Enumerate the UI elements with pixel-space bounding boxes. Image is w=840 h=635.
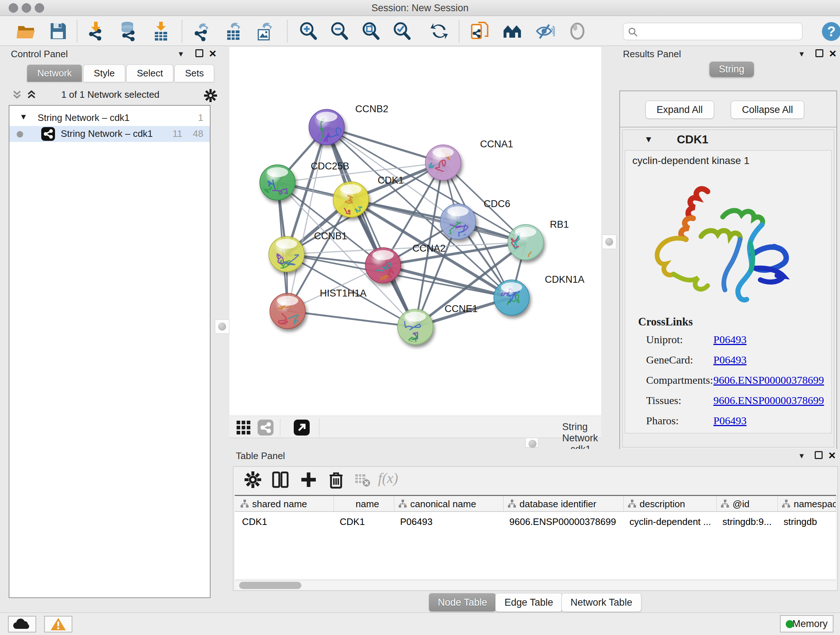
collection-label: String Network – cdk1 [38,112,129,124]
gear-icon[interactable] [243,470,262,489]
node-label-CDC25B: CDC25B [311,161,349,172]
tab-node-table[interactable]: Node Table [429,593,496,612]
left-splitter-grip[interactable] [215,319,229,334]
table-cell[interactable]: P06493 [400,516,502,527]
column-header-description[interactable]: description [624,496,717,512]
network-node-CCNA1[interactable]: CCNA1 [425,139,513,180]
column-header-namespace[interactable]: namespace [778,496,836,512]
column-header-canonical-name[interactable]: canonical name [394,496,504,512]
column-header-shared-name[interactable]: shared name [236,496,334,512]
table-cell[interactable]: stringdb:9... [722,516,776,527]
column-header-database-identifier[interactable]: database identifier [504,496,624,512]
panel-close-icon[interactable]: × [829,451,836,459]
delete-column-icon[interactable] [327,470,346,489]
table-container: f(x) shared namenamecanonical namedataba… [233,466,838,591]
crosslink-link[interactable]: 9606.ENSP00000378699 [714,374,824,386]
network-from-selection-icon[interactable] [470,21,491,41]
tab-string[interactable]: String [709,62,754,77]
network-collection-row[interactable]: ▼ String Network – cdk1 1 [9,110,210,126]
toolbar-separator [287,20,287,42]
tab-select[interactable]: Select [126,65,173,82]
panel-menu-icon[interactable]: ▼ [177,50,185,58]
grid-view-icon[interactable] [236,420,251,435]
collection-expander-icon[interactable]: ▼ [19,112,27,122]
warnings-button[interactable] [44,616,73,632]
export-table-icon[interactable] [224,21,244,41]
import-table-icon[interactable] [150,21,171,41]
table-cell[interactable]: CDK1 [242,516,332,527]
delete-table-icon[interactable] [354,470,371,489]
open-session-icon[interactable] [16,21,36,41]
expand-all-button[interactable]: Expand All [645,101,714,119]
search-input[interactable] [642,25,798,38]
gene-expander-icon[interactable]: ▼ [644,134,653,144]
bottom-splitter-grip[interactable] [525,437,538,448]
tab-edge-table[interactable]: Edge Table [495,593,562,612]
zoom-out-icon[interactable] [329,21,349,41]
network-row[interactable]: String Network – cdk1 11 48 [9,126,210,142]
crosslink-link[interactable]: P06493 [714,354,747,366]
crosslink-link[interactable]: P06493 [714,333,747,346]
add-column-icon[interactable] [299,470,318,489]
memory-button[interactable]: Memory [780,615,834,632]
table-cell[interactable]: cyclin-dependent ... [630,516,715,527]
horizontal-scrollbar[interactable] [235,580,836,590]
panel-close-icon[interactable]: × [209,49,216,57]
crosslink-link[interactable]: 9606.ENSP00000378699 [714,394,824,407]
import-network-file-icon[interactable] [85,21,106,41]
birds-eye-view-icon[interactable] [567,21,587,41]
tab-sets[interactable]: Sets [174,65,214,82]
right-splitter-grip[interactable] [602,234,616,249]
panel-float-icon[interactable] [195,49,203,57]
network-edge-CCNB2-HIST1H1A[interactable] [287,127,327,311]
gene-name: CDK1 [677,133,708,146]
network-edge-HIST1H1A-CCNE1[interactable] [287,311,415,327]
first-neighbors-icon[interactable] [502,21,523,41]
panel-close-icon[interactable]: × [829,49,836,57]
gear-icon[interactable] [203,88,218,103]
collapse-all-button[interactable]: Collapse All [731,101,804,119]
network-node-HIST1H1A[interactable]: HIST1H1A [270,288,366,329]
tab-network[interactable]: Network [27,65,82,82]
export-image-icon[interactable] [255,21,275,41]
save-session-icon[interactable] [48,21,68,41]
gene-description: cyclin-dependent kinase 1 [632,155,750,166]
column-header-name[interactable]: name [334,496,394,512]
table-row[interactable]: CDK1CDK1P064939606.ENSP00000378699cyclin… [235,513,836,529]
show-graphics-details-icon[interactable] [535,21,555,41]
gene-header-row[interactable]: ▼ CDK1 [622,130,834,149]
show-columns-icon[interactable] [271,470,290,489]
title-bar: Session: New Session [0,0,840,16]
tab-style[interactable]: Style [83,65,125,82]
crosslink-row: Pharos:P06493 [638,415,693,435]
network-share-view-icon[interactable] [257,420,273,435]
zoom-in-icon[interactable] [298,21,318,41]
tab-network-table[interactable]: Network Table [561,593,641,612]
node-label-CDC6: CDC6 [484,198,510,209]
network-node-RB1[interactable]: RB1 [508,219,569,269]
table-cell[interactable]: 9606.ENSP00000378699 [509,516,622,527]
panel-float-icon[interactable] [815,451,823,459]
crosslink-link[interactable]: P06493 [714,415,747,427]
table-cell[interactable]: stringdb [783,516,835,527]
network-edge-CCNB2-CCNA1[interactable] [327,127,443,163]
import-network-database-icon[interactable] [118,21,138,41]
network-node-CDKN1A[interactable]: CDKN1A [494,274,584,315]
panel-menu-icon[interactable]: ▼ [798,50,805,58]
zoom-selected-icon[interactable] [392,21,412,41]
zoom-fit-icon[interactable] [361,21,381,41]
apply-layout-icon[interactable] [429,21,449,41]
panel-menu-icon[interactable]: ▼ [798,452,805,460]
open-in-window-icon[interactable] [294,420,309,435]
export-network-icon[interactable] [192,21,212,41]
crosslink-row: GeneCard:P06493 [638,354,693,374]
function-builder-icon[interactable]: f(x) [378,470,398,486]
cloud-button[interactable] [8,616,36,632]
scrollbar-thumb[interactable] [239,582,302,589]
panel-float-icon[interactable] [815,49,823,57]
table-cell[interactable]: CDK1 [340,516,393,527]
column-header-id[interactable]: @id [717,496,778,512]
help-icon[interactable]: ? [822,22,840,41]
node-label-CCNA1: CCNA1 [480,139,513,149]
network-canvas[interactable]: CCNB2CCNA1CDC25BCDK1CDC6RB1CCNB1CCNA2CDK… [229,47,601,416]
